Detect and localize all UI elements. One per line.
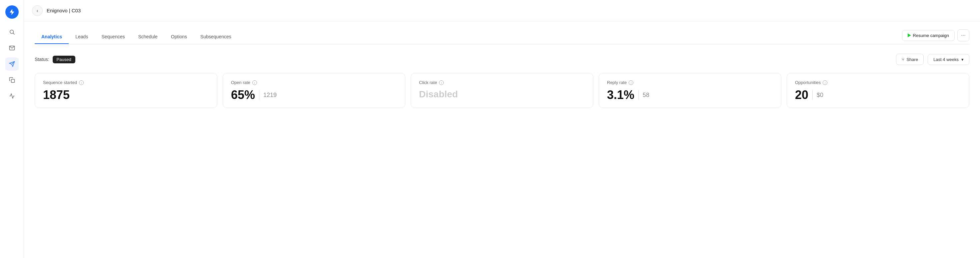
stat-value-reply-rate: 3.1% 58: [607, 89, 773, 101]
tabs-list: Analytics Leads Sequences Schedule Optio…: [35, 30, 238, 44]
sidebar-item-chart[interactable]: [5, 89, 19, 103]
info-icon-open: i: [252, 80, 257, 85]
status-row: Status: Paused ⑂ Share Last 4 weeks ▾: [35, 54, 969, 65]
status-label: Status:: [35, 57, 49, 62]
stat-divider-opp: [812, 90, 813, 100]
stat-value-open-rate: 65% 1219: [231, 89, 397, 101]
stat-secondary-reply: 58: [643, 92, 649, 99]
resume-label: Resume campaign: [913, 33, 949, 38]
resume-campaign-button[interactable]: Resume campaign: [902, 30, 955, 41]
sidebar-item-copy[interactable]: [5, 73, 19, 87]
share-button[interactable]: ⑂ Share: [896, 54, 924, 65]
stats-row: Sequence started i 1875 Open rate i 65% …: [35, 73, 969, 108]
tab-analytics[interactable]: Analytics: [35, 30, 68, 44]
stat-card-open-rate: Open rate i 65% 1219: [223, 73, 405, 108]
app-logo[interactable]: [5, 5, 19, 19]
stat-main-reply: 3.1%: [607, 89, 634, 101]
info-icon-reply: i: [628, 80, 633, 85]
sidebar: [0, 0, 24, 258]
back-button[interactable]: ‹: [32, 5, 43, 16]
status-left: Status: Paused: [35, 56, 75, 63]
info-icon-click: i: [439, 80, 444, 85]
stat-title-sequence-started: Sequence started i: [43, 80, 209, 85]
stat-main-open: 65%: [231, 89, 255, 101]
page-title: Enignovo | C03: [47, 8, 81, 13]
stat-title-open-rate: Open rate i: [231, 80, 397, 85]
sidebar-item-search[interactable]: [5, 25, 19, 39]
svg-line-1: [13, 33, 14, 34]
stat-card-reply-rate: Reply rate i 3.1% 58: [599, 73, 781, 108]
tab-sequences[interactable]: Sequences: [95, 30, 131, 44]
date-range-label: Last 4 weeks: [933, 57, 959, 62]
tab-subsequences[interactable]: Subsequences: [194, 30, 238, 44]
stat-main-opp: 20: [795, 89, 808, 101]
stat-value-sequence-started: 1875: [43, 89, 209, 101]
tabs-actions: Resume campaign ···: [902, 29, 969, 44]
stat-disabled-click: Disabled: [419, 89, 458, 100]
svg-rect-5: [11, 79, 14, 83]
stat-secondary-open: 1219: [263, 92, 277, 99]
play-icon: [908, 33, 911, 37]
stat-card-sequence-started: Sequence started i 1875: [35, 73, 217, 108]
stat-card-opportunities: Opportunities i 20 $0: [787, 73, 969, 108]
tab-leads[interactable]: Leads: [68, 30, 95, 44]
stat-value-opportunities: 20 $0: [795, 89, 961, 101]
info-icon: i: [79, 80, 84, 85]
share-icon: ⑂: [902, 57, 904, 62]
chevron-down-icon: ▾: [961, 57, 964, 62]
tab-schedule[interactable]: Schedule: [131, 30, 164, 44]
status-right: ⑂ Share Last 4 weeks ▾: [896, 54, 969, 65]
page-header: ‹ Enignovo | C03: [24, 0, 980, 21]
tab-options[interactable]: Options: [164, 30, 194, 44]
content-area: Analytics Leads Sequences Schedule Optio…: [24, 21, 980, 258]
stat-divider: [259, 90, 259, 100]
stat-value-click-rate: Disabled: [419, 89, 585, 100]
lightning-icon: [8, 8, 16, 16]
share-label: Share: [906, 57, 918, 62]
stat-title-reply-rate: Reply rate i: [607, 80, 773, 85]
sidebar-item-mail[interactable]: [5, 41, 19, 55]
date-range-button[interactable]: Last 4 weeks ▾: [928, 54, 969, 65]
stat-divider-reply: [638, 90, 639, 100]
stat-title-click-rate: Click rate i: [419, 80, 585, 85]
main-content: ‹ Enignovo | C03 Analytics Leads Sequenc…: [24, 0, 980, 258]
info-icon-opp: i: [822, 80, 827, 85]
svg-point-0: [10, 30, 14, 33]
stat-secondary-opp: $0: [817, 92, 823, 99]
more-options-button[interactable]: ···: [957, 29, 969, 41]
stat-card-click-rate: Click rate i Disabled: [410, 73, 593, 108]
sidebar-item-send[interactable]: [5, 57, 19, 71]
stat-main-value: 1875: [43, 89, 70, 101]
status-badge: Paused: [52, 56, 75, 63]
tabs-row: Analytics Leads Sequences Schedule Optio…: [35, 29, 969, 45]
stat-title-opportunities: Opportunities i: [795, 80, 961, 85]
